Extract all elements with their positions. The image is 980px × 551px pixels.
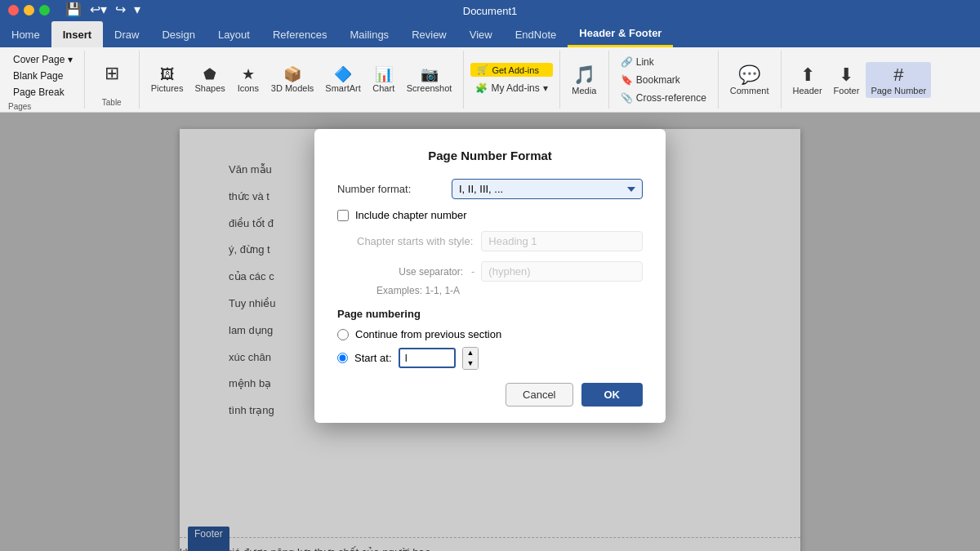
continue-radio-row: Continue from previous section [337,328,643,340]
number-format-row: Number format: I, II, III, ... 1, 2, 3, … [337,179,643,199]
table-button[interactable]: ⊞ [91,62,132,87]
use-separator-row: Use separator: - (hyphen) [357,261,643,282]
icons-button[interactable]: ★ Icons [232,64,265,96]
start-at-label[interactable]: Start at: [354,352,392,364]
cross-ref-icon: 📎 [621,92,633,104]
page-break-button[interactable]: Page Break [8,85,78,100]
number-format-select[interactable]: I, II, III, ... 1, 2, 3, ... i, ii, iii,… [452,179,643,199]
shapes-icon: ⬟ [203,67,216,82]
screenshot-icon: 📷 [421,67,439,82]
close-button[interactable] [8,5,19,16]
document-title: Document1 [463,5,517,17]
header-icon: ⬆ [800,64,815,86]
tab-endnote[interactable]: EndNote [504,21,568,47]
dialog-buttons: Cancel OK [337,383,643,407]
tab-mailings[interactable]: Mailings [338,21,400,47]
screenshot-button[interactable]: 📷 Screenshot [402,64,457,96]
tab-view[interactable]: View [458,21,504,47]
continue-radio[interactable] [337,329,349,340]
blank-page-button[interactable]: Blank Page [8,69,78,83]
tab-review[interactable]: Review [400,21,458,47]
ok-button[interactable]: OK [581,383,644,407]
spinner-up-button[interactable]: ▲ [463,348,479,358]
media-button[interactable]: 🎵 Media [567,62,601,98]
table-icon: ⊞ [105,64,119,82]
footer-icon: ⬇ [839,64,853,86]
chapter-starts-select[interactable]: Heading 1 [481,231,643,251]
separator-dash: - [471,265,474,278]
smartart-icon: 🔷 [334,67,352,82]
tab-references[interactable]: References [261,21,338,47]
3d-models-icon: 📦 [283,67,301,82]
table-label: Table [102,96,122,107]
footer-button[interactable]: ⬇ Footer [829,62,865,98]
spinner-down-button[interactable]: ▼ [463,358,479,369]
ribbon-tabs: Home Insert Draw Design Layout Reference… [0,21,980,47]
chart-button[interactable]: 📊 Chart [368,64,400,96]
tab-layout[interactable]: Layout [207,21,261,47]
comments-group: 💬 Comment [719,51,782,109]
separator-select[interactable]: (hyphen) [481,261,643,282]
ribbon-content: Cover Page ▾ Blank Page Page Break Pages… [0,47,980,113]
chapter-starts-label: Chapter starts with style: [357,235,473,247]
page-numbering-label: Page numbering [337,308,643,320]
page-number-button[interactable]: # Page Number [866,62,931,98]
pages-group: Cover Page ▾ Blank Page Page Break Pages [0,51,85,109]
dropdown-icon: ▾ [543,82,548,94]
redo-icon[interactable]: ↪ [115,2,126,17]
maximize-button[interactable] [39,5,50,16]
cover-page-button[interactable]: Cover Page ▾ [8,52,78,67]
include-chapter-checkbox[interactable] [337,210,349,221]
include-chapter-label[interactable]: Include chapter number [355,209,467,221]
start-at-radio[interactable] [337,353,348,363]
tab-home[interactable]: Home [0,21,51,47]
save-icon[interactable]: 💾 [65,2,82,17]
start-at-row: Start at: ▲ ▼ [337,347,643,370]
my-addins-button[interactable]: 🧩 My Add-ins ▾ [470,80,552,96]
comment-icon: 💬 [738,64,760,86]
modal-overlay: Page Number Format Number format: I, II,… [0,113,980,551]
pictures-button[interactable]: 🖼 Pictures [146,64,189,96]
tab-insert[interactable]: Insert [51,21,103,47]
tab-header-footer[interactable]: Header & Footer [568,21,673,47]
customize-icon[interactable]: ▾ [134,2,140,17]
title-bar: 💾 ↩▾ ↪ ▾ Document1 [0,0,980,21]
start-at-spinner[interactable]: ▲ ▼ [462,347,479,370]
pages-label: Pages [8,100,31,111]
page-number-icon: # [893,64,903,86]
minimize-button[interactable] [24,5,34,16]
3d-models-button[interactable]: 📦 3D Models [266,64,319,96]
continue-label[interactable]: Continue from previous section [355,328,501,340]
chapter-style-section: Chapter starts with style: Heading 1 Use… [337,231,643,296]
comment-button[interactable]: 💬 Comment [725,62,774,98]
icons-icon: ★ [242,67,255,82]
examples-label: Examples: [376,285,422,296]
cancel-button[interactable]: Cancel [506,383,572,407]
media-icon: 🎵 [573,64,595,86]
start-at-input[interactable] [399,348,456,368]
bookmark-button[interactable]: 🔖 Bookmark [616,72,711,88]
links-group: 🔗 Link 🔖 Bookmark 📎 Cross-reference [609,51,719,109]
shapes-button[interactable]: ⬟ Shapes [189,64,229,96]
header-footer-group: ⬆ Header ⬇ Footer # Page Number [782,51,938,109]
chapter-starts-row: Chapter starts with style: Heading 1 [357,231,643,251]
page-number-format-dialog: Page Number Format Number format: I, II,… [314,129,666,423]
link-button[interactable]: 🔗 Link [616,54,711,70]
table-group: ⊞ Table [85,51,140,109]
addins-group: 🛒 Get Add-ins 🧩 My Add-ins ▾ [464,51,559,109]
media-group: 🎵 Media [560,51,609,109]
undo-dropdown-icon[interactable]: ↩▾ [90,2,107,17]
smartart-button[interactable]: 🔷 SmartArt [320,64,365,96]
store-icon: 🛒 [477,64,488,75]
tab-draw[interactable]: Draw [103,21,150,47]
cross-reference-button[interactable]: 📎 Cross-reference [616,90,711,106]
pictures-icon: 🖼 [160,67,175,82]
puzzle-icon: 🧩 [475,82,488,94]
window-controls[interactable] [0,0,58,20]
use-separator-label: Use separator: [357,266,463,278]
tab-design[interactable]: Design [150,21,206,47]
header-button[interactable]: ⬆ Header [788,62,827,98]
get-addins-button[interactable]: 🛒 Get Add-ins [470,63,552,77]
bookmark-icon: 🔖 [621,74,633,86]
number-format-label: Number format: [337,183,443,195]
